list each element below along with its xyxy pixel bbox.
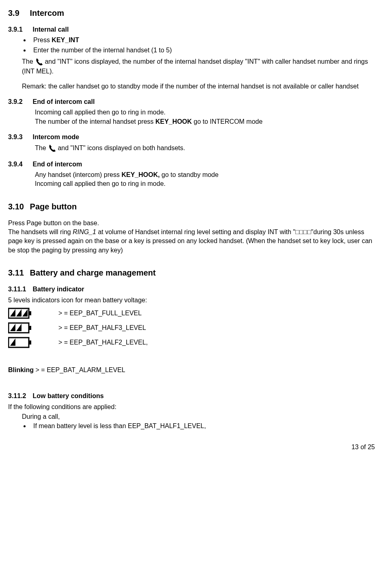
heading-num: 3.9.4: [8, 160, 31, 169]
text: Remark: the caller handset go to standby…: [22, 83, 359, 90]
phone-hook-icon: [35, 57, 43, 67]
heading-num: 3.11.2: [8, 392, 31, 401]
text: The handsets will ring: [8, 228, 73, 235]
svg-rect-10: [29, 340, 31, 345]
text: If the following conditions are applied:: [8, 403, 116, 410]
svg-marker-7: [10, 324, 15, 331]
svg-rect-1: [29, 311, 31, 315]
svg-rect-6: [29, 326, 31, 330]
heading-3-9-4: 3.9.4 End of intercom: [8, 160, 375, 169]
text: During a call,: [22, 413, 60, 420]
text: > = EEP_BAT_HALF2_LEVEL,: [58, 338, 148, 347]
text: and "INT" icons displayed on both handse…: [58, 144, 185, 151]
heading-num: 3.9.1: [8, 25, 31, 34]
heading-title: Intercom mode: [32, 134, 79, 140]
para: 5 levels indicators icon for mean batter…: [8, 296, 375, 305]
ring-1-label: RING_1: [73, 228, 96, 235]
text: Any handset (intercom) press: [35, 171, 121, 178]
text: go to standby mode: [160, 171, 219, 178]
heading-title: Battery and charge management: [30, 268, 156, 277]
key-hook-label: KEY_HOOK,: [121, 171, 159, 178]
text: Incoming call applied then go to ring in…: [35, 180, 166, 187]
heading-3-9-2: 3.9.2 End of intercom call: [8, 97, 375, 106]
bullet-list: Press KEY_INT Enter the number of the in…: [30, 36, 375, 55]
heading-3-11: 3.11 Battery and charge management: [8, 267, 375, 278]
phone-hook-icon: [48, 144, 56, 153]
key-hook-label: KEY_HOOK: [155, 118, 192, 125]
para-blinking: Blinking > = EEP_BAT_ALARM_LEVEL: [8, 366, 375, 375]
para: The and "INT" icons displayed on both ha…: [35, 144, 375, 153]
text: Press: [33, 37, 52, 43]
text: Enter the number of the internal handset…: [33, 47, 172, 54]
list-item: If mean battery level is less than EEP_B…: [30, 422, 375, 431]
battery-level-row: > = EEP_BAT_HALF3_LEVEL: [8, 322, 375, 334]
svg-marker-11: [10, 338, 15, 346]
heading-3-9-3: 3.9.3 Intercom mode: [8, 133, 375, 142]
svg-rect-9: [9, 338, 29, 347]
text: and "INT" icons displayed, the number of…: [22, 58, 368, 75]
battery-full-icon: [8, 307, 34, 319]
heading-title: Low battery conditions: [32, 392, 103, 399]
text: Press Page button on the base.: [8, 220, 99, 226]
para: The and "INT" icons displayed, the numbe…: [22, 57, 375, 76]
para: Any handset (intercom) press KEY_HOOK, g…: [35, 170, 375, 179]
para: The handsets will ring RING_1 at volume …: [8, 228, 375, 255]
para: Press Page button on the base.: [8, 219, 375, 228]
text: The: [22, 58, 35, 65]
heading-title: Internal call: [32, 26, 69, 33]
heading-title: End of intercom: [32, 161, 82, 168]
svg-marker-4: [22, 309, 28, 317]
heading-num: 3.11: [8, 267, 28, 278]
battery-half2-icon: [8, 336, 34, 349]
para: During a call,: [22, 412, 375, 421]
heading-3-11-1: 3.11.1 Battery indicator: [8, 285, 375, 294]
heading-title: Battery indicator: [32, 286, 84, 293]
battery-level-row: > = EEP_BAT_FULL_LEVEL: [8, 307, 375, 319]
page-number: 13 of 25: [8, 443, 375, 452]
para-remark: Remark: the caller handset go to standby…: [22, 82, 375, 91]
text: 5 levels indicators icon for mean batter…: [8, 297, 147, 304]
key-int-label: KEY_INT: [52, 37, 79, 43]
list-item: Press KEY_INT: [30, 36, 375, 45]
text: The: [35, 144, 48, 151]
svg-marker-3: [16, 309, 22, 317]
text: > = EEP_BAT_HALF3_LEVEL: [58, 323, 146, 332]
svg-marker-2: [10, 309, 15, 317]
text: > = EEP_BAT_FULL_LEVEL: [58, 309, 142, 318]
heading-3-9-1: 3.9.1 Internal call: [8, 25, 375, 34]
text: 13 of 25: [351, 444, 375, 450]
heading-num: 3.9.3: [8, 133, 31, 142]
svg-marker-8: [16, 324, 22, 331]
heading-title: Page button: [30, 202, 77, 211]
para: Incoming call applied then go to ring in…: [35, 108, 375, 117]
heading-3-10: 3.10 Page button: [8, 201, 375, 212]
bullet-list: If mean battery level is less than EEP_B…: [30, 422, 375, 431]
list-item: Enter the number of the internal handset…: [30, 46, 375, 55]
heading-num: 3.9: [8, 7, 28, 19]
heading-3-9: 3.9 Intercom: [8, 7, 375, 19]
heading-title: End of intercom call: [32, 98, 95, 105]
text: go to INTERCOM mode: [192, 118, 263, 125]
text: Incoming call applied then go to ring in…: [35, 109, 166, 116]
text: > = EEP_BAT_ALARM_LEVEL: [34, 366, 125, 373]
battery-half3-icon: [8, 322, 34, 334]
text: If mean battery level is less than EEP_B…: [33, 422, 206, 429]
para: If the following conditions are applied:: [8, 403, 375, 411]
text: The number of the internal handset press: [35, 118, 155, 125]
heading-title: Intercom: [30, 9, 64, 17]
para: Incoming call applied then go to ring in…: [35, 179, 375, 188]
heading-num: 3.10: [8, 201, 28, 212]
heading-3-11-2: 3.11.2 Low battery conditions: [8, 392, 375, 401]
blinking-label: Blinking: [8, 366, 34, 373]
heading-num: 3.9.2: [8, 97, 31, 106]
heading-num: 3.11.1: [8, 285, 31, 294]
battery-level-row: > = EEP_BAT_HALF2_LEVEL,: [8, 336, 375, 349]
para: The number of the internal handset press…: [35, 117, 375, 126]
